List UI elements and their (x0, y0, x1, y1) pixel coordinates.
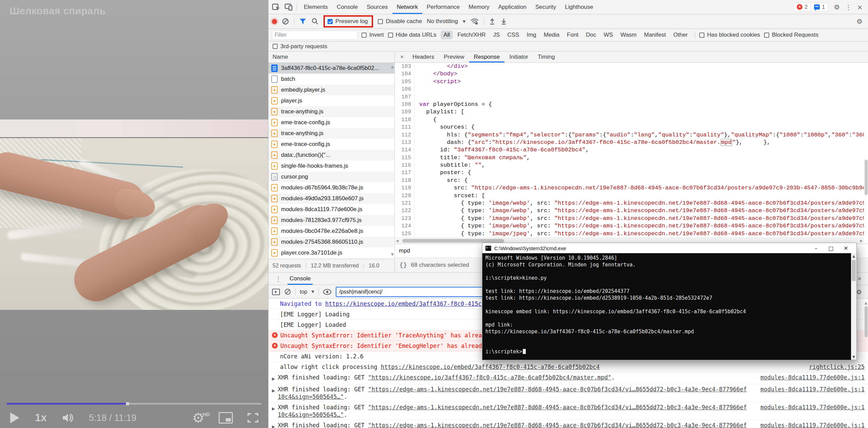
devtools-close-icon[interactable]: × (857, 3, 863, 11)
blocked-requests-checkbox[interactable] (764, 33, 769, 38)
tab-performance[interactable]: Performance (422, 0, 464, 14)
console-link[interactable]: "https://edge-ams-1.kinescopecdn.net/19e… (368, 386, 747, 393)
chip-css[interactable]: CSS (504, 31, 522, 39)
video-progress-bar[interactable] (7, 403, 261, 405)
console-link[interactable]: "https://edge-ams-1.kinescopecdn.net/19e… (368, 422, 747, 428)
error-count-badge[interactable]: ×2 (794, 3, 811, 11)
chip-wasm[interactable]: Wasm (617, 31, 640, 39)
tab-sources[interactable]: Sources (362, 0, 392, 14)
export-har-icon[interactable] (500, 18, 507, 25)
cmd-scroll-down-icon[interactable]: ▼ (851, 355, 856, 359)
playback-speed-button[interactable]: 1x (35, 412, 47, 424)
clear-network-log-icon[interactable] (282, 18, 289, 25)
device-toolbar-icon[interactable] (284, 3, 293, 12)
request-row[interactable]: cursor.png (269, 171, 394, 182)
video-player[interactable]: Шелковая спираль 1x (0, 0, 268, 428)
console-source-link[interactable]: modules-8dca1119.77de600e.js:1 (752, 404, 865, 411)
disable-cache-control[interactable]: Disable cache (378, 18, 422, 25)
invert-checkbox[interactable] (362, 33, 367, 38)
minimize-icon[interactable]: – (809, 245, 824, 252)
drawer-menu-icon[interactable]: ⋮ (271, 275, 285, 282)
cmd-scrollbar[interactable]: ▲ ▼ (851, 253, 856, 360)
response-code-viewer[interactable]: 103 </div>104 </body>105 <script>1061071… (395, 63, 864, 238)
console-sidebar-icon[interactable] (272, 289, 280, 295)
invert-filter-control[interactable]: Invert (362, 32, 384, 38)
detail-tab-headers[interactable]: Headers (408, 52, 439, 62)
console-source-link[interactable]: modules-8dca1119.77de600e.js:1 (752, 386, 865, 393)
chip-all[interactable]: All (441, 31, 453, 39)
close-icon[interactable]: ✕ (838, 245, 853, 252)
request-row[interactable]: modules-8dca1119.77de600e.js (269, 204, 394, 215)
request-row[interactable]: eme-trace-config.js (269, 117, 394, 128)
cmd-scrollbar-thumb[interactable] (852, 260, 856, 281)
cmd-window[interactable]: C:\Windows\System32\cmd.exe – □ ✕ Micros… (482, 243, 857, 360)
clear-console-icon[interactable] (284, 288, 291, 295)
tab-network[interactable]: Network (392, 0, 422, 14)
filter-toggle-icon[interactable] (299, 18, 307, 25)
request-row[interactable]: trace-anything.js (269, 106, 394, 117)
chip-js[interactable]: JS (490, 31, 503, 39)
request-row[interactable]: modules-49d0a293.1850e607.js (269, 193, 394, 204)
throttling-dropdown[interactable]: No throttling ▼ (427, 18, 465, 25)
blocked-requests-control[interactable]: Blocked Requests (764, 32, 818, 38)
network-conditions-icon[interactable] (470, 17, 479, 25)
request-row[interactable]: modules-d67b5964.9b38c78e.js (269, 182, 394, 193)
console-source-link[interactable]: rightclick.js:25 (801, 363, 865, 371)
hide-data-urls-checkbox[interactable] (388, 33, 393, 38)
chip-other[interactable]: Other (670, 31, 691, 39)
cmd-titlebar[interactable]: C:\Windows\System32\cmd.exe – □ ✕ (482, 243, 856, 253)
chip-ws[interactable]: WS (601, 31, 616, 39)
tab-security[interactable]: Security (531, 0, 560, 14)
response-scrollbar-thumb[interactable] (865, 160, 868, 195)
scroll-down-icon[interactable]: ▼ (391, 252, 394, 257)
disclosure-icon[interactable]: ▶ (272, 423, 275, 428)
tab-lighthouse[interactable]: Lighthouse (560, 0, 597, 14)
has-blocked-cookies-checkbox[interactable] (699, 33, 704, 38)
record-network-log-icon[interactable] (272, 19, 277, 24)
chip-manifest[interactable]: Manifest (641, 31, 669, 39)
scroll-left-icon[interactable]: ◀ (396, 239, 399, 243)
quality-settings-icon[interactable]: ⚙HD (192, 412, 204, 424)
disclosure-icon[interactable]: ▶ (272, 405, 275, 412)
tab-elements[interactable]: Elements (299, 0, 332, 14)
chip-media[interactable]: Media (541, 31, 562, 39)
disclosure-icon[interactable]: ▶ (272, 387, 275, 394)
console-source-link[interactable]: modules-8dca1119.77de600e.js:1 (752, 422, 865, 428)
network-filter-input[interactable] (272, 31, 357, 40)
console-link[interactable]: "https://edge-ams-1.kinescopecdn.net/19e… (368, 404, 747, 411)
chip-img[interactable]: Img (523, 31, 539, 39)
detail-tab-initiator[interactable]: Initiator (504, 52, 533, 62)
request-row[interactable]: single-file-hooks-frames.js (269, 161, 394, 171)
tab-console[interactable]: Console (332, 0, 362, 14)
cmd-scroll-up-icon[interactable]: ▲ (851, 254, 856, 258)
console-link[interactable]: "https://kinescope.io/3aff4367-f8c0-415c… (368, 374, 611, 381)
picture-in-picture-icon[interactable] (219, 412, 233, 424)
console-context-dropdown[interactable]: top ▼ (300, 289, 314, 295)
network-settings-icon[interactable]: ⚙ (856, 17, 865, 25)
request-row[interactable]: data:,(function(){"... (269, 150, 394, 161)
scroll-up-icon[interactable]: ▲ (391, 64, 394, 69)
console-message[interactable]: ▶XHR finished loading: GET "https://edge… (269, 384, 868, 402)
request-row[interactable]: player.core.3a7101de.js (269, 247, 394, 258)
play-button[interactable] (10, 412, 19, 423)
console-source-link[interactable]: modules-8dca1119.77de600e.js:1 (752, 374, 865, 381)
inspect-element-icon[interactable] (272, 3, 281, 12)
request-row[interactable]: player.js (269, 95, 394, 106)
volume-icon[interactable] (61, 412, 74, 424)
request-row[interactable]: modules-27545368.86605110.js (269, 237, 394, 247)
pretty-print-icon[interactable]: {} (400, 262, 407, 268)
hscrollbar-thumb[interactable] (402, 239, 504, 243)
preserve-log-checkbox[interactable] (328, 19, 333, 24)
third-party-requests-checkbox[interactable] (273, 44, 278, 49)
request-row[interactable]: modules-781283e3.977cf975.js (269, 215, 394, 226)
hide-data-urls-control[interactable]: Hide data URLs (388, 32, 437, 38)
close-detail-icon[interactable]: × (397, 54, 407, 60)
tab-application[interactable]: Application (494, 0, 531, 14)
issues-badges[interactable]: ×2 1 (793, 3, 828, 12)
has-blocked-cookies-control[interactable]: Has blocked cookies (699, 32, 760, 38)
console-eye-icon[interactable] (323, 289, 332, 295)
console-message[interactable]: allow right click processing https://kin… (269, 362, 868, 372)
console-link[interactable]: 10c4&sign=5605645…" (278, 411, 344, 418)
request-row[interactable]: embedly.player.js (269, 85, 394, 95)
chip-doc[interactable]: Doc (583, 31, 599, 39)
